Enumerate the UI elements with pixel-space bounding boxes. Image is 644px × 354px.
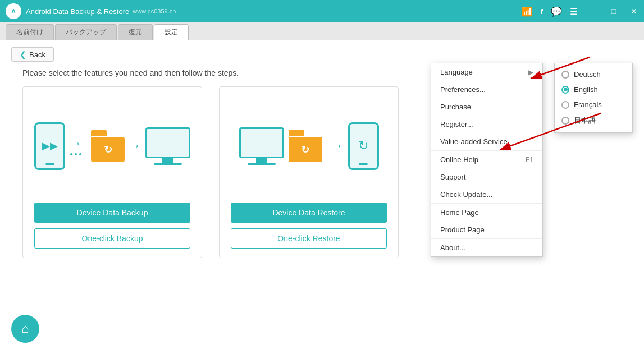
language-submenu: Deutsch English Français 日本語 [554,63,633,133]
window-controls: 📶 f 💬 ☰ — □ ✕ [522,0,644,22]
toolbar-icons: 📶 f 💬 ☰ [522,6,578,17]
backup-arrow-icon: → [70,136,82,151]
backup-illustration: ▶▶ → ↻ → [34,98,190,194]
pc-shape-restore [239,127,284,165]
language-submenu-chevron: ▶ [528,68,533,76]
menu-item-home-page[interactable]: Home Page [431,203,542,221]
phone-shape-restore: ↻ [348,122,379,170]
phone-shape-backup: ▶▶ [34,122,65,170]
restore-illustration: ↻ → ↻ [231,98,387,194]
menu-icon[interactable]: ☰ [570,6,578,17]
menu-item-support[interactable]: Support [431,168,542,186]
tab-bar: 名前付け バックアップ 復元 設定 [0,22,644,40]
app-title: Android Data Backup & Restore [26,7,129,16]
restore-card: ↻ → ↻ Device Data Restore One-click Rest… [219,86,399,258]
wifi-icon[interactable]: 📶 [522,6,533,17]
online-help-shortcut: F1 [526,156,533,164]
folder-icon-backup: ↻ [91,130,120,162]
facebook-icon[interactable]: f [541,7,543,16]
back-area: ❮ Back [0,40,644,68]
chat-icon[interactable]: 💬 [551,6,562,17]
one-click-backup-button[interactable]: One-click Backup [34,228,190,249]
backup-dots [70,153,81,155]
radio-english [561,86,569,94]
radio-english-selected [564,88,568,91]
pc-shape-backup [145,127,190,165]
backup-card: ▶▶ → ↻ → [22,86,202,258]
menu-item-preferences[interactable]: Preferences... [431,81,542,98]
menu-item-about[interactable]: About... [431,238,542,256]
minimize-button[interactable]: — [583,0,604,22]
main-content: ❮ Back Please select the features you ne… [0,40,644,354]
menu-item-online-help[interactable]: Online Help F1 [431,150,542,168]
app-website: www.pc0359.cn [133,8,176,15]
device-data-restore-button[interactable]: Device Data Restore [231,203,387,223]
one-click-restore-button[interactable]: One-click Restore [231,228,387,249]
radio-french [561,101,569,109]
back-label: Back [29,50,45,59]
cards-container: ▶▶ → ↻ → [0,86,644,269]
menu-item-language[interactable]: Language ▶ [431,63,542,81]
backup-arrow2-icon: → [129,139,141,153]
title-bar: A Android Data Backup & Restore www.pc03… [0,0,644,22]
maximize-button[interactable]: □ [604,0,624,22]
tab-3[interactable]: 設定 [154,24,189,40]
menu-item-product-page[interactable]: Product Page [431,221,542,238]
lang-item-japanese[interactable]: 日本語 [555,112,632,129]
tab-2[interactable]: 復元 [118,24,153,40]
app-logo: A [6,3,21,19]
menu-item-register[interactable]: Register... [431,116,542,133]
lang-item-deutsch[interactable]: Deutsch [555,67,632,82]
radio-japanese [561,117,569,125]
lang-item-english[interactable]: English [555,82,632,97]
menu-item-value-added[interactable]: Value-added Service [431,133,542,150]
lang-item-french[interactable]: Français [555,97,632,112]
home-button[interactable]: ⌂ [11,315,39,343]
restore-arrow-icon: → [331,139,344,153]
back-arrow-icon: ❮ [20,50,26,59]
close-button[interactable]: ✕ [624,0,644,22]
menu-item-check-update[interactable]: Check Update... [431,186,542,203]
description-text: Please select the features you need and … [0,68,644,86]
tab-0[interactable]: 名前付け [6,24,54,40]
main-menu: Language ▶ Preferences... Purchase Regis… [431,63,543,257]
folder-icon-restore: ↻ [289,130,322,162]
tab-1[interactable]: バックアップ [55,24,117,40]
home-icon: ⌂ [21,321,29,336]
radio-deutsch [561,71,569,79]
back-button[interactable]: ❮ Back [11,47,54,62]
menu-item-purchase[interactable]: Purchase [431,98,542,116]
device-data-backup-button[interactable]: Device Data Backup [34,203,190,223]
